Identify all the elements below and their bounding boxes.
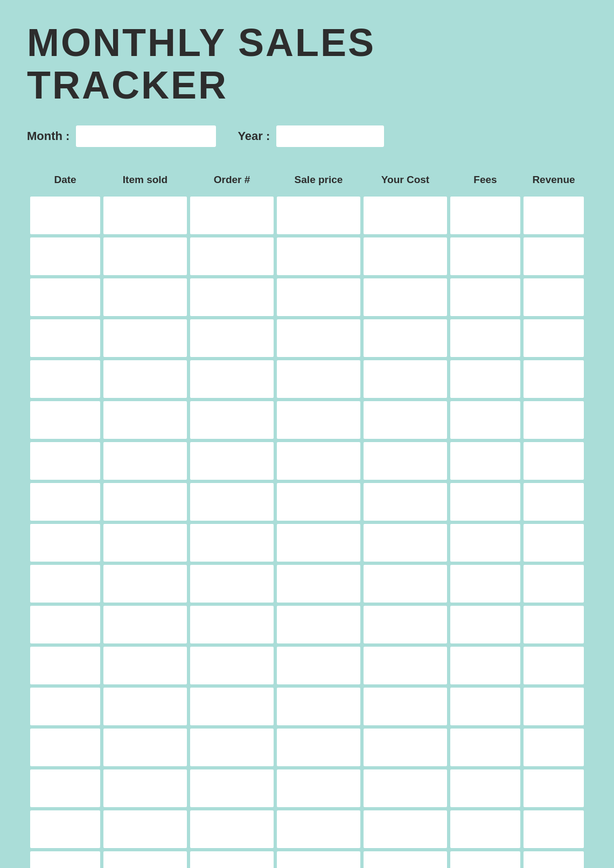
table-cell[interactable] <box>364 442 447 480</box>
table-cell[interactable] <box>450 606 520 643</box>
table-cell[interactable] <box>524 729 584 766</box>
table-cell[interactable] <box>30 769 100 807</box>
table-cell[interactable] <box>524 442 584 480</box>
table-cell[interactable] <box>450 401 520 439</box>
table-cell[interactable] <box>103 401 187 439</box>
table-cell[interactable] <box>524 278 584 316</box>
table-cell[interactable] <box>277 197 360 234</box>
table-cell[interactable] <box>450 197 520 234</box>
table-cell[interactable] <box>30 565 100 603</box>
table-cell[interactable] <box>103 442 187 480</box>
table-cell[interactable] <box>524 483 584 521</box>
table-cell[interactable] <box>450 483 520 521</box>
table-cell[interactable] <box>190 729 274 766</box>
table-cell[interactable] <box>450 278 520 316</box>
table-cell[interactable] <box>364 647 447 684</box>
table-cell[interactable] <box>364 729 447 766</box>
table-cell[interactable] <box>364 565 447 603</box>
table-cell[interactable] <box>277 688 360 725</box>
table-cell[interactable] <box>364 769 447 807</box>
year-input[interactable] <box>276 125 384 147</box>
table-cell[interactable] <box>524 524 584 562</box>
table-cell[interactable] <box>190 237 274 275</box>
table-cell[interactable] <box>277 442 360 480</box>
table-cell[interactable] <box>190 401 274 439</box>
table-cell[interactable] <box>277 810 360 848</box>
table-cell[interactable] <box>364 401 447 439</box>
table-cell[interactable] <box>277 237 360 275</box>
table-cell[interactable] <box>524 565 584 603</box>
table-cell[interactable] <box>190 524 274 562</box>
table-cell[interactable] <box>364 278 447 316</box>
table-cell[interactable] <box>524 319 584 357</box>
table-cell[interactable] <box>103 237 187 275</box>
table-cell[interactable] <box>277 278 360 316</box>
table-cell[interactable] <box>524 401 584 439</box>
table-cell[interactable] <box>364 688 447 725</box>
table-cell[interactable] <box>450 688 520 725</box>
table-cell[interactable] <box>103 647 187 684</box>
table-cell[interactable] <box>450 810 520 848</box>
table-cell[interactable] <box>30 688 100 725</box>
table-cell[interactable] <box>450 319 520 357</box>
table-cell[interactable] <box>364 197 447 234</box>
table-cell[interactable] <box>364 524 447 562</box>
table-cell[interactable] <box>190 851 274 868</box>
table-cell[interactable] <box>364 237 447 275</box>
table-cell[interactable] <box>30 483 100 521</box>
table-cell[interactable] <box>277 401 360 439</box>
table-cell[interactable] <box>450 360 520 398</box>
table-cell[interactable] <box>103 197 187 234</box>
table-cell[interactable] <box>190 810 274 848</box>
table-cell[interactable] <box>30 360 100 398</box>
table-cell[interactable] <box>30 278 100 316</box>
table-cell[interactable] <box>277 729 360 766</box>
table-cell[interactable] <box>450 442 520 480</box>
table-cell[interactable] <box>30 606 100 643</box>
table-cell[interactable] <box>190 483 274 521</box>
month-input[interactable] <box>76 125 216 147</box>
table-cell[interactable] <box>450 729 520 766</box>
table-cell[interactable] <box>277 483 360 521</box>
table-cell[interactable] <box>190 688 274 725</box>
table-cell[interactable] <box>524 810 584 848</box>
table-cell[interactable] <box>30 851 100 868</box>
table-cell[interactable] <box>450 565 520 603</box>
table-cell[interactable] <box>277 606 360 643</box>
table-cell[interactable] <box>190 442 274 480</box>
table-cell[interactable] <box>190 319 274 357</box>
table-cell[interactable] <box>30 524 100 562</box>
table-cell[interactable] <box>364 851 447 868</box>
table-cell[interactable] <box>364 483 447 521</box>
table-cell[interactable] <box>450 769 520 807</box>
table-cell[interactable] <box>524 769 584 807</box>
table-cell[interactable] <box>190 769 274 807</box>
table-cell[interactable] <box>30 401 100 439</box>
table-cell[interactable] <box>30 729 100 766</box>
table-cell[interactable] <box>524 647 584 684</box>
table-cell[interactable] <box>450 237 520 275</box>
table-cell[interactable] <box>103 278 187 316</box>
table-cell[interactable] <box>450 524 520 562</box>
table-cell[interactable] <box>364 360 447 398</box>
table-cell[interactable] <box>277 319 360 357</box>
table-cell[interactable] <box>103 688 187 725</box>
table-cell[interactable] <box>450 851 520 868</box>
table-cell[interactable] <box>30 647 100 684</box>
table-cell[interactable] <box>103 360 187 398</box>
table-cell[interactable] <box>103 565 187 603</box>
table-cell[interactable] <box>103 319 187 357</box>
table-cell[interactable] <box>524 851 584 868</box>
table-cell[interactable] <box>364 319 447 357</box>
table-cell[interactable] <box>450 647 520 684</box>
table-cell[interactable] <box>190 606 274 643</box>
table-cell[interactable] <box>524 606 584 643</box>
table-cell[interactable] <box>277 851 360 868</box>
table-cell[interactable] <box>30 319 100 357</box>
table-cell[interactable] <box>190 278 274 316</box>
table-cell[interactable] <box>277 565 360 603</box>
table-cell[interactable] <box>103 851 187 868</box>
table-cell[interactable] <box>103 810 187 848</box>
table-cell[interactable] <box>103 524 187 562</box>
table-cell[interactable] <box>30 197 100 234</box>
